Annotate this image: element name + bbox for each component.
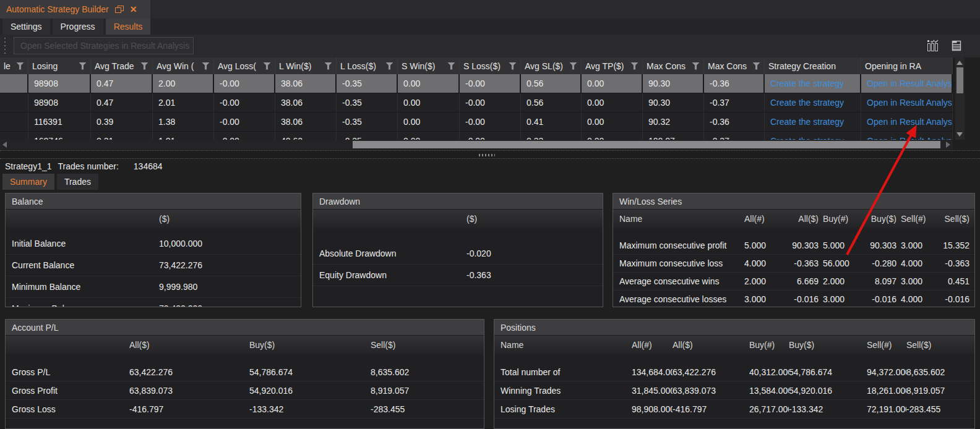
column-header[interactable]: Avg TP($) (582, 57, 643, 74)
tab-settings[interactable]: Settings (2, 19, 50, 35)
cell[interactable]: 98908 (28, 74, 91, 93)
row-selector-cell[interactable] (0, 93, 28, 112)
column-header[interactable]: le (0, 57, 28, 74)
filter-icon[interactable] (324, 62, 332, 70)
cell[interactable]: 0.00 (398, 132, 460, 140)
cell[interactable]: 0.47 (91, 93, 153, 112)
table-row[interactable]: 98908 0.47 2.00 -0.00 38.06 -0.35 0.00 -… (0, 74, 953, 93)
cell[interactable]: 0.39 (91, 113, 153, 131)
cell[interactable]: 116391 (28, 113, 91, 131)
cell[interactable]: 98908 (28, 93, 91, 112)
row-selector-cell[interactable] (0, 74, 28, 93)
table-row[interactable]: 160746 0.31 1.01 -0.00 40.62 -0.35 0.00 … (0, 132, 953, 140)
column-header[interactable]: Max Cons (643, 57, 704, 74)
cell[interactable]: -0.35 (337, 113, 398, 131)
column-header[interactable]: Losing (28, 57, 91, 74)
filter-icon[interactable] (79, 62, 87, 70)
cell[interactable]: -0.00 (460, 132, 521, 140)
vertical-scrollbar-thumb[interactable] (956, 67, 963, 93)
filter-icon[interactable] (263, 62, 271, 70)
filter-icon[interactable] (140, 62, 148, 70)
filter-icon[interactable] (16, 62, 24, 70)
column-header[interactable]: Max Cons (704, 57, 765, 74)
scroll-left-icon[interactable] (2, 142, 7, 148)
cell[interactable]: 90.30 (643, 93, 704, 112)
filter-icon[interactable] (202, 62, 210, 70)
column-header[interactable]: Avg SL($) (521, 57, 582, 74)
cell[interactable]: 0.56 (521, 93, 582, 112)
tab-progress[interactable]: Progress (53, 19, 103, 35)
open-in-result-analysis-button[interactable]: Open Selected Strategies in Result Analy… (14, 37, 194, 54)
column-header[interactable]: S Win($) (398, 57, 460, 74)
cell[interactable]: 90.30 (643, 74, 704, 93)
cell[interactable]: 2.00 (153, 74, 214, 93)
filter-icon[interactable] (630, 62, 638, 70)
cell[interactable]: 2.01 (153, 93, 214, 112)
cell[interactable]: 0.00 (398, 74, 460, 93)
tab-summary[interactable]: Summary (2, 174, 54, 190)
table-row[interactable]: 116391 0.39 1.38 -0.00 38.06 -0.35 0.00 … (0, 113, 953, 132)
cell[interactable]: -0.35 (337, 74, 398, 93)
cell[interactable]: 0.56 (521, 74, 582, 93)
open-in-result-analysis-link[interactable]: Open in Result Analysis (861, 74, 953, 93)
row-selector-cell[interactable] (0, 113, 28, 131)
column-header[interactable]: Avg Trade (91, 57, 153, 74)
toolbar-drag-handle[interactable] (3, 38, 7, 54)
scroll-down-icon[interactable] (956, 132, 963, 137)
close-icon[interactable]: ✕ (130, 5, 137, 14)
cell[interactable]: -0.36 (704, 113, 765, 131)
cell[interactable]: 0.00 (398, 93, 460, 112)
cell[interactable]: -0.37 (704, 132, 765, 140)
create-strategy-link[interactable]: Create the strategy (765, 113, 861, 131)
cell[interactable]: 0.00 (582, 132, 643, 140)
cell[interactable]: 90.32 (643, 113, 704, 131)
cell[interactable]: 1.38 (153, 113, 214, 131)
cell[interactable]: 100.07 (643, 132, 704, 140)
cell[interactable]: 40.62 (275, 132, 337, 140)
cell[interactable]: -0.00 (460, 93, 521, 112)
splitter-grip[interactable] (479, 154, 495, 156)
cell[interactable]: -0.00 (460, 113, 521, 131)
horizontal-scrollbar-thumb[interactable] (353, 141, 940, 148)
cell[interactable]: 0.41 (521, 113, 582, 131)
column-header[interactable]: Avg Win ( (153, 57, 214, 74)
column-header[interactable]: S Loss($) (460, 57, 521, 74)
column-header[interactable]: L Win($) (275, 57, 337, 74)
document-tab[interactable]: Automatic Strategy Builder ✕ (0, 0, 150, 19)
tab-trades[interactable]: Trades (57, 174, 98, 190)
cell[interactable]: 0.47 (91, 74, 153, 93)
cell[interactable]: 38.06 (275, 74, 337, 93)
open-in-result-analysis-link[interactable]: Open in Result Analysis (861, 93, 953, 112)
cell[interactable]: 0.31 (91, 132, 153, 140)
filter-icon[interactable] (692, 62, 700, 70)
cell[interactable]: 160746 (28, 132, 91, 140)
scroll-up-icon[interactable] (956, 61, 963, 65)
filter-icon[interactable] (447, 62, 455, 70)
cell[interactable]: 1.01 (153, 132, 214, 140)
float-window-icon[interactable] (115, 6, 124, 14)
filter-icon[interactable] (385, 62, 393, 70)
column-header[interactable]: L Loss($) (337, 57, 398, 74)
cell[interactable]: 0.00 (582, 93, 643, 112)
cell[interactable]: 0.00 (582, 113, 643, 131)
tab-results[interactable]: Results (106, 19, 151, 35)
horizontal-scrollbar[interactable] (0, 140, 953, 150)
create-strategy-link[interactable]: Create the strategy (765, 93, 861, 112)
cell[interactable]: 0.00 (582, 74, 643, 93)
filter-icon[interactable] (509, 62, 517, 70)
open-in-result-analysis-link[interactable]: Open in Result Analysis (861, 113, 953, 131)
column-header[interactable]: Avg Loss( (214, 57, 275, 74)
cell[interactable]: 0.00 (398, 113, 460, 131)
create-strategy-link[interactable]: Create the strategy (765, 132, 861, 140)
filter-icon[interactable] (569, 62, 577, 70)
vertical-scrollbar[interactable] (955, 57, 965, 140)
cell[interactable]: 0.33 (521, 132, 582, 140)
open-in-result-analysis-link[interactable]: Open in Result Analysis (861, 132, 953, 140)
cell[interactable]: -0.00 (214, 132, 275, 140)
cell[interactable]: -0.35 (337, 93, 398, 112)
create-strategy-link[interactable]: Create the strategy (765, 74, 861, 93)
cell[interactable]: -0.37 (704, 93, 765, 112)
cell[interactable]: -0.00 (214, 93, 275, 112)
cell[interactable]: -0.00 (214, 113, 275, 131)
row-layout-icon[interactable] (950, 40, 963, 52)
